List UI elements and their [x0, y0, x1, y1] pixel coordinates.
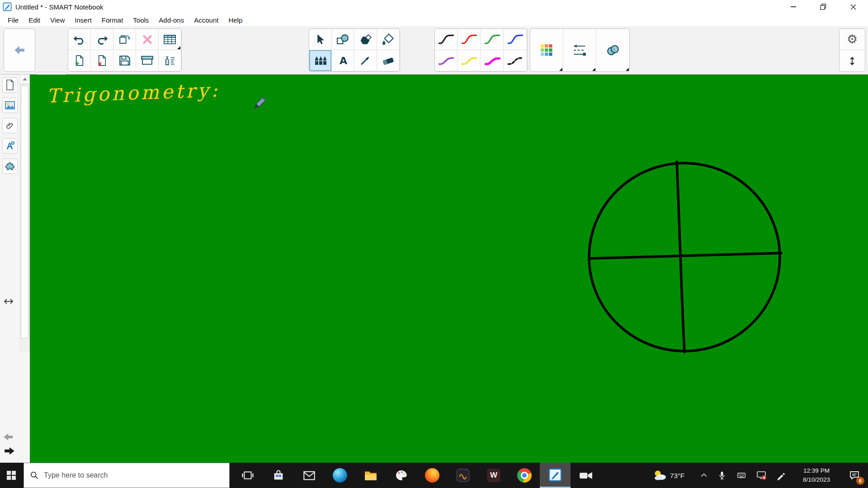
mail-button[interactable]: [294, 463, 325, 488]
addons-puzzle-icon: [5, 162, 15, 171]
transparency-dropdown-corner: [626, 68, 629, 71]
screen-shade-button[interactable]: [136, 50, 159, 71]
taskbar-apps: W: [232, 463, 601, 488]
paint-button[interactable]: [386, 463, 417, 488]
collapse-panel-button[interactable]: [3, 297, 14, 308]
menu-tools[interactable]: Tools: [128, 15, 154, 25]
sidebar-tab-gallery[interactable]: [2, 98, 18, 113]
task-view-button[interactable]: [232, 463, 263, 488]
action-center-button[interactable]: 6: [842, 463, 867, 488]
pens-tool[interactable]: [309, 50, 332, 71]
text-tool[interactable]: A: [332, 50, 354, 71]
menu-help[interactable]: Help: [223, 15, 247, 25]
color-palette-button[interactable]: [530, 29, 563, 71]
paste-button[interactable]: [113, 29, 136, 50]
pen-stroke-yellow-icon: [461, 55, 478, 67]
shapes-tool[interactable]: [332, 29, 354, 50]
pen-stroke-green-icon: [484, 33, 501, 46]
tray-microphone[interactable]: [712, 463, 731, 488]
smart-notebook-button[interactable]: [540, 463, 571, 488]
text-pen-button[interactable]: [159, 50, 181, 71]
video-app-button[interactable]: [571, 463, 601, 488]
weather-widget[interactable]: 73°F: [642, 463, 695, 488]
firefox-icon: [425, 468, 439, 483]
pen-style-black[interactable]: [435, 29, 458, 50]
menu-bar: File Edit View Insert Format Tools Add-o…: [0, 14, 868, 26]
back-button[interactable]: [4, 28, 35, 72]
audio-app-button[interactable]: [448, 463, 478, 488]
firefox-button[interactable]: [417, 463, 448, 488]
file-explorer-icon: [364, 469, 377, 481]
taskbar-clock[interactable]: 12:39 PM 8/10/2023: [791, 463, 842, 488]
menu-format[interactable]: Format: [97, 15, 128, 25]
redo-button[interactable]: [91, 29, 113, 50]
sidebar-tab-addons[interactable]: [2, 159, 18, 174]
chrome-button[interactable]: [509, 463, 540, 488]
menu-account[interactable]: Account: [189, 15, 223, 25]
tray-expand-button[interactable]: [695, 463, 712, 488]
lines-tool[interactable]: [354, 50, 377, 71]
window-title: Untitled * - SMART Notebook: [15, 3, 104, 11]
transparency-button[interactable]: [596, 29, 629, 71]
delete-button[interactable]: [136, 29, 159, 50]
line-style-icon: [572, 44, 587, 56]
cursor-icon: [315, 33, 326, 46]
line-style-button[interactable]: [563, 29, 596, 71]
pen-style-blue[interactable]: [504, 29, 527, 50]
toolbar-settings-button[interactable]: ⚙: [840, 29, 865, 50]
main-toolbar: A: [0, 26, 868, 75]
previous-page-button[interactable]: [3, 432, 14, 443]
pen-style-magenta[interactable]: [481, 50, 504, 71]
pen-stroke-dashed-icon: [507, 55, 524, 67]
wacom-button[interactable]: W: [478, 463, 509, 488]
menu-view[interactable]: View: [45, 15, 70, 25]
pen-style-green[interactable]: [481, 29, 504, 50]
tray-keyboard[interactable]: [731, 463, 751, 488]
insert-table-button[interactable]: [159, 29, 181, 50]
search-input[interactable]: [43, 471, 208, 480]
sidebar-tab-page-sorter[interactable]: [2, 77, 18, 93]
pen-style-purple[interactable]: [435, 50, 458, 71]
search-icon: [30, 471, 38, 479]
taskbar-search[interactable]: [24, 463, 230, 488]
next-page-button[interactable]: [4, 446, 15, 458]
notebook-canvas[interactable]: Trigonometry:: [30, 75, 868, 463]
menu-addons[interactable]: Add-ons: [154, 15, 189, 25]
microsoft-store-button[interactable]: [263, 463, 294, 488]
toolbar-settings-group: ⚙: [839, 28, 865, 72]
add-page-button[interactable]: [68, 50, 91, 71]
chevron-up-icon: [700, 472, 708, 479]
delete-page-button[interactable]: [91, 50, 113, 71]
pen-style-black-dashed[interactable]: [504, 50, 527, 71]
close-button[interactable]: [838, 0, 868, 14]
tray-pen-settings[interactable]: [771, 463, 791, 488]
pen-style-yellow[interactable]: [458, 50, 481, 71]
eraser-tool[interactable]: [377, 50, 400, 71]
delete-page-icon: [97, 55, 107, 66]
minimize-button[interactable]: [778, 0, 808, 14]
menu-file[interactable]: File: [3, 15, 24, 25]
add-page-icon: [75, 55, 85, 66]
menu-edit[interactable]: Edit: [24, 15, 45, 25]
edge-button[interactable]: [325, 463, 355, 488]
tray-device-error[interactable]: [751, 463, 771, 488]
line-arrow-icon: [359, 55, 372, 66]
scrollbar-up-button[interactable]: [20, 75, 29, 84]
restore-button[interactable]: [808, 0, 838, 14]
file-explorer-button[interactable]: [355, 463, 386, 488]
move-toolbar-button[interactable]: [840, 50, 865, 71]
undo-button[interactable]: [68, 29, 91, 50]
select-tool[interactable]: [309, 29, 332, 50]
start-button[interactable]: [0, 463, 23, 488]
page-sorter-icon: [5, 80, 14, 90]
previous-page-arrow-icon: [3, 432, 14, 441]
canvas-scrollbar[interactable]: [20, 75, 29, 352]
sidebar-tab-attachments[interactable]: [2, 118, 18, 133]
pen-style-red[interactable]: [458, 29, 481, 50]
menu-insert[interactable]: Insert: [70, 15, 97, 25]
save-button[interactable]: [113, 50, 136, 71]
scrollbar-thumb[interactable]: [21, 85, 28, 338]
sidebar-tab-properties[interactable]: [2, 138, 18, 154]
fill-tool[interactable]: [377, 29, 400, 50]
polygons-tool[interactable]: [354, 29, 377, 50]
